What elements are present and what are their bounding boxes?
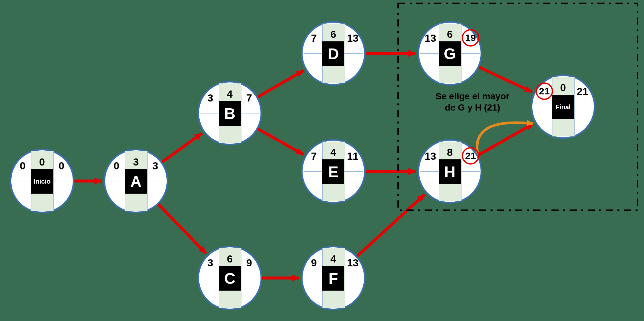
edge-g-final (479, 67, 532, 92)
node-early-start: 13 (422, 150, 439, 163)
node-g: 61319G (417, 21, 482, 86)
node-a: 303A (104, 149, 168, 213)
arrowhead-icon (408, 50, 416, 57)
node-duration: 8 (439, 146, 461, 159)
node-label: H (439, 159, 461, 184)
annotation-line-1: Se elige el mayor (421, 91, 524, 102)
node-early-finish: 9 (241, 256, 257, 269)
node-label: E (322, 159, 344, 184)
node-early-finish: 7 (241, 91, 257, 104)
node-early-start: 9 (306, 256, 322, 269)
annotation-note: Se elige el mayor de G y H (21) (421, 91, 524, 113)
node-early-start: 0 (108, 159, 125, 172)
node-early-finish: 19 (462, 29, 479, 47)
node-early-start: 3 (202, 256, 218, 269)
node-early-finish: 21 (462, 147, 479, 165)
annotation-line-2: de G y H (21) (421, 102, 524, 113)
node-final: 02121Final (531, 74, 595, 139)
arrowhead-icon (292, 274, 299, 282)
node-label: Final (552, 95, 574, 119)
node-early-start: 21 (536, 82, 553, 100)
node-label: C (219, 266, 241, 291)
node-duration: 4 (219, 88, 241, 101)
node-label: A (125, 169, 147, 194)
node-duration: 3 (125, 155, 147, 168)
node-label: D (322, 41, 344, 66)
node-d: 6713D (301, 21, 366, 86)
node-duration: 4 (322, 146, 344, 159)
arrowhead-icon (295, 148, 304, 155)
node-inicio: 000Inicio (10, 149, 74, 213)
node-label: G (439, 41, 461, 66)
node-label: Inicio (31, 169, 53, 194)
node-early-finish: 13 (345, 256, 361, 269)
node-early-finish: 0 (53, 159, 70, 172)
node-early-start: 7 (306, 32, 322, 45)
node-duration: 4 (322, 252, 344, 265)
arrowhead-icon (524, 86, 532, 92)
node-early-finish: 21 (574, 85, 591, 98)
edge-h-final (478, 124, 533, 155)
node-duration: 6 (322, 28, 344, 41)
node-label: B (219, 101, 241, 126)
arrowhead-icon (94, 177, 102, 185)
edge-b-e (258, 129, 303, 155)
node-b: 437B (197, 81, 262, 145)
node-f: 4913F (301, 246, 366, 310)
node-c: 639C (197, 246, 262, 310)
node-early-finish: 13 (345, 32, 361, 45)
node-early-start: 7 (306, 150, 322, 163)
node-e: 4711E (301, 139, 366, 204)
edge-f-h (357, 195, 425, 256)
node-early-finish: 11 (345, 150, 361, 163)
node-h: 81321H (417, 139, 482, 204)
node-early-start: 3 (202, 91, 218, 104)
node-duration: 0 (552, 81, 574, 94)
node-duration: 6 (219, 252, 241, 265)
node-duration: 0 (31, 155, 53, 168)
node-label: F (322, 266, 344, 291)
edge-a-b (162, 133, 202, 162)
edge-b-d (258, 70, 304, 97)
node-early-start: 13 (422, 32, 439, 45)
curve-h-final (477, 123, 533, 155)
arrowhead-icon (408, 168, 416, 175)
node-duration: 6 (439, 28, 461, 41)
node-early-start: 0 (15, 159, 31, 172)
node-early-finish: 3 (147, 159, 163, 172)
